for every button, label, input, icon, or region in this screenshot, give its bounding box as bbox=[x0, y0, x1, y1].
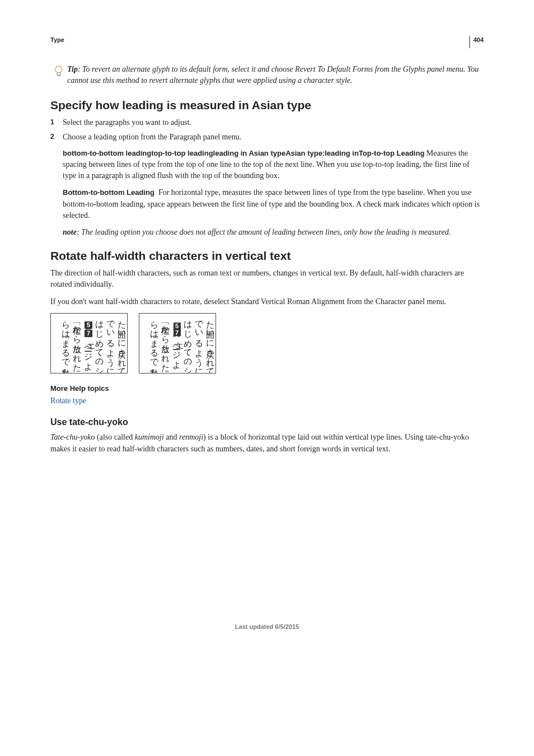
runin-bottom-to-bottom: Bottom-to-bottom Leading bbox=[63, 188, 154, 197]
tip-block: Tip: To revert an alternate glyph to its… bbox=[54, 64, 484, 87]
figure-right: た囲いに戻されて でいるように日 はじめてのシエ 夏︵57ページよ 檻﹁から放た… bbox=[139, 313, 216, 374]
heading-specify-leading: Specify how leading is measured in Asian… bbox=[50, 97, 484, 114]
page-footer: Last updated 6/5/2015 bbox=[50, 623, 484, 632]
heading-rotate-halfwidth: Rotate half-width characters in vertical… bbox=[50, 248, 484, 264]
figure-left: た囲いに戻されて でいるように日 はじめてのシエ 夏︵57ページよ 檻﹁から放た… bbox=[50, 313, 128, 374]
more-help-topics: More Help topics bbox=[50, 384, 484, 394]
figure-vertical-text: た囲いに戻されて でいるように日 はじめてのシエ 夏︵57ページよ 檻﹁から放た… bbox=[50, 313, 484, 374]
svg-point-0 bbox=[55, 66, 62, 73]
rotate-p1: The direction of half-width characters, … bbox=[50, 268, 484, 291]
page-number: 404 bbox=[469, 36, 484, 48]
note-block: note: The leading option you choose does… bbox=[63, 227, 484, 238]
tatechuyoko-p1: Tate-chu-yoko (also called kumimoji and … bbox=[50, 432, 484, 455]
section-label: Type bbox=[50, 36, 64, 45]
runin-top-to-top: bottom-to-bottom leadingtop-to-top leadi… bbox=[63, 149, 424, 157]
step-1: Select the paragraphs you want to adjust… bbox=[50, 117, 484, 128]
definition-top-to-top: bottom-to-bottom leadingtop-to-top leadi… bbox=[63, 148, 484, 182]
tip-text: Tip: To revert an alternate glyph to its… bbox=[67, 64, 484, 87]
definition-bottom-to-bottom: Bottom-to-bottom Leading For horizontal … bbox=[63, 187, 484, 221]
step-2: Choose a leading option from the Paragra… bbox=[50, 132, 484, 143]
lightbulb-icon bbox=[54, 65, 64, 82]
link-rotate-type[interactable]: Rotate type bbox=[50, 396, 86, 405]
heading-tate-chu-yoko: Use tate-chu-yoko bbox=[50, 416, 484, 428]
rotate-p2: If you don't want half-width characters … bbox=[50, 296, 484, 307]
note-label: note bbox=[63, 228, 77, 236]
tip-label: Tip bbox=[67, 65, 78, 73]
steps-list: Select the paragraphs you want to adjust… bbox=[50, 117, 484, 143]
page-header: Type 404 bbox=[50, 36, 484, 48]
